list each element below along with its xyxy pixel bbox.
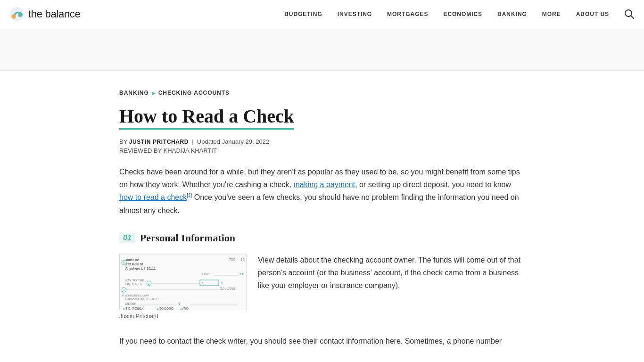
nav-item-more[interactable]: MORE [542, 11, 561, 17]
ad-banner [0, 28, 644, 71]
svg-text:2: 2 [148, 282, 149, 285]
reviewer-name: KHADIJA KHARTIT [164, 147, 217, 154]
additional-text: If you need to contact the check writer,… [119, 335, 525, 347]
nav-item-investing[interactable]: INVESTING [338, 11, 372, 17]
svg-text:4: 4 [124, 288, 125, 291]
section-1-text: View details about the checking account … [258, 254, 525, 292]
byline-prefix: BY [119, 138, 127, 145]
svg-text:Date: Date [202, 272, 209, 276]
search-button[interactable] [624, 9, 635, 19]
article-title: How to Read a Check [119, 106, 294, 130]
check-diagram-svg: 700 12 John Doe 123 Main St Anywhere US … [120, 254, 247, 310]
intro-link-read[interactable]: how to read a check [119, 193, 187, 201]
section-number-1: 01 [119, 233, 135, 243]
footnote-1: [1] [187, 193, 192, 198]
reviewed-prefix: REVIEWED BY [119, 147, 162, 154]
section-title-1: Personal Information [140, 232, 235, 244]
svg-text:John Doe: John Doe [125, 258, 140, 262]
svg-text:00000000: 00000000 [160, 307, 173, 310]
svg-text:ORDER OF: ORDER OF [125, 282, 143, 286]
article-main: BANKING ▶ CHECKING ACCOUNTS How to Read … [110, 71, 534, 362]
article-reviewed: REVIEWED BY KHADIJA KHARTIT [119, 147, 525, 154]
image-caption: Justin Pritchard [119, 313, 247, 320]
svg-text:$: $ [202, 281, 204, 285]
svg-text:12: 12 [240, 273, 243, 276]
section-1-heading: 01 Personal Information [119, 232, 525, 244]
svg-point-2 [18, 12, 23, 17]
nav-item-banking[interactable]: BANKING [497, 11, 527, 17]
nav-item-economics[interactable]: ECONOMICS [443, 11, 482, 17]
nav-item-budgeting[interactable]: BUDGETING [284, 11, 322, 17]
svg-text:DOLLARS: DOLLARS [220, 287, 235, 290]
main-nav: BUDGETING INVESTING MORTGAGES ECONOMICS … [284, 9, 635, 19]
site-logo[interactable]: the balance [9, 7, 80, 22]
intro-link-payment[interactable]: making a payment [293, 181, 355, 189]
article-intro: Checks have been around for a while, but… [119, 165, 525, 217]
check-image: 700 12 John Doe 123 Main St Anywhere US … [119, 254, 247, 310]
svg-text:123 Main St: 123 Main St [125, 263, 143, 266]
updated-prefix: Updated [197, 138, 220, 145]
svg-text:thebalance.com: thebalance.com [125, 294, 149, 297]
breadcrumb-parent[interactable]: BANKING [119, 90, 149, 96]
svg-point-1 [11, 14, 16, 19]
breadcrumb-current: CHECKING ACCOUNTS [158, 90, 230, 96]
svg-text:700: 700 [229, 257, 236, 262]
article-byline: BY JUSTIN PRITCHARD | Updated January 29… [119, 138, 525, 145]
byline-separator: | [190, 138, 197, 145]
svg-text:700: 700 [183, 307, 189, 310]
section-text-col: View details about the checking account … [258, 254, 525, 320]
svg-text:Gotham City US 10111: Gotham City US 10111 [125, 297, 159, 301]
search-icon [624, 9, 635, 19]
updated-date-val: January 29, 2022 [222, 138, 269, 145]
svg-text:Anywhere US 10111: Anywhere US 10111 [125, 267, 156, 271]
svg-text:12: 12 [240, 257, 245, 262]
additional-text-content: If you need to contact the check writer,… [119, 337, 502, 345]
section-1-content: 700 12 John Doe 123 Main St Anywhere US … [119, 254, 525, 320]
author-link[interactable]: JUSTIN PRITCHARD [129, 139, 189, 145]
svg-text:9 C:445566:<: 9 C:445566:< [125, 307, 144, 310]
nav-item-about-us[interactable]: ABOUT US [576, 11, 609, 17]
logo-text: the balance [28, 8, 80, 20]
breadcrumb-arrow: ▶ [152, 90, 156, 96]
intro-text-2: , or setting up direct deposit, you need… [355, 181, 511, 189]
section-image-col: 700 12 John Doe 123 Main St Anywhere US … [119, 254, 247, 320]
site-header: the balance BUDGETING INVESTING MORTGAGE… [0, 0, 644, 28]
nav-item-mortgages[interactable]: MORTGAGES [387, 11, 428, 17]
breadcrumb: BANKING ▶ CHECKING ACCOUNTS [119, 90, 525, 96]
logo-icon [9, 7, 25, 22]
svg-text:PAY TO THE: PAY TO THE [125, 279, 144, 282]
article-meta: BY JUSTIN PRITCHARD | Updated January 29… [119, 138, 525, 154]
svg-text:1: 1 [124, 261, 125, 264]
svg-line-4 [631, 16, 634, 18]
